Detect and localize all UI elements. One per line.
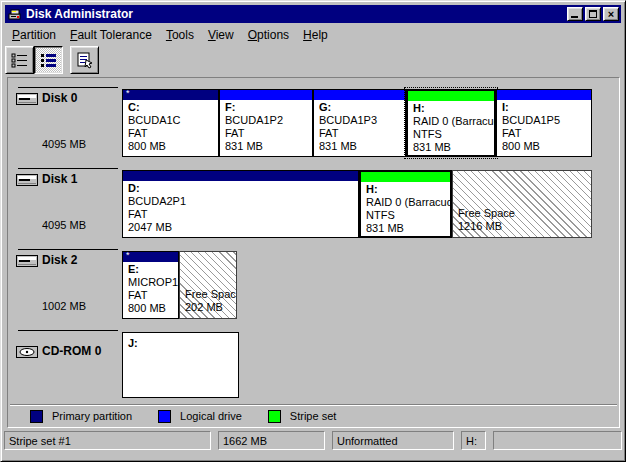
disk-chart-area: Disk 04095 MB*C:BCUDA1CFAT800 MBF:BCUDA1… [7,77,620,428]
partition-info: C:BCUDA1CFAT800 MB [123,100,218,153]
disk-icon [16,172,38,190]
filesystem-label: FAT [128,127,216,140]
disk-row-separator [18,87,118,88]
partition-size: 800 MB [128,302,176,315]
status-panel-1: 1662 MB [218,431,325,450]
partition-color-bar [497,90,591,100]
disk-row-separator [18,330,118,331]
minimize-button[interactable] [567,7,583,21]
partition-color-bar: * [123,252,178,262]
partition-region-j[interactable]: J: [122,332,239,398]
disk-row-separator [18,168,118,169]
filesystem-label: FAT [502,127,589,140]
toolbar [5,46,99,75]
partition-info: H:RAID 0 (BarracudNTFS831 MB [408,101,494,154]
filesystem-label: NTFS [366,209,448,222]
volume-label: BCUDA2P1 [128,195,356,208]
disk-chart: Disk 04095 MB*C:BCUDA1CFAT800 MBF:BCUDA1… [8,78,619,427]
free-space-region[interactable]: Free Spac202 MB [179,251,237,319]
disk-size: 4095 MB [42,219,86,231]
drive-letter: J: [128,337,138,349]
partition-color-bar [361,172,450,182]
menu-bar: PartitionFault ToleranceToolsViewOptions… [5,25,621,44]
properties-button[interactable] [70,46,99,74]
partition-size: 831 MB [366,222,448,235]
disk-row-separator [18,249,118,250]
maximize-icon [589,10,597,18]
disk-label: Disk 0 [42,91,77,105]
maximize-button[interactable] [585,7,601,21]
title-bar: Disk Administrator × [5,5,621,23]
menu-item-fault-tolerance[interactable]: Fault Tolerance [63,26,159,44]
legend-swatch-stripe [268,410,281,423]
partition-info: E:MICROP1FAT800 MB [123,262,178,315]
partition-region-c[interactable]: *C:BCUDA1CFAT800 MB [122,89,219,157]
filesystem-label: NTFS [413,128,492,141]
volume-label: BCUDA1P5 [502,114,589,127]
window-title: Disk Administrator [26,7,133,21]
menu-item-options[interactable]: Options [241,26,296,44]
partition-region-e[interactable]: *E:MICROP1FAT800 MB [122,251,179,319]
disk-administrator-window: Disk Administrator × PartitionFault Tole… [0,0,626,462]
active-partition-mark: * [126,251,130,260]
status-panel-0: Stripe set #1 [4,431,211,450]
drive-letter: E: [128,263,176,276]
legend: Primary partitionLogical driveStripe set [8,407,619,425]
partition-region-h[interactable]: H:RAID 0 (BarracudNTFS831 MB [406,89,496,157]
legend-item-logical: Logical drive [158,410,242,423]
disk-icon [16,253,38,271]
disk-size: 1002 MB [42,300,86,312]
disk-view-button[interactable] [5,46,34,74]
partition-color-bar [314,90,405,100]
disk-size: 4095 MB [42,138,86,150]
legend-label: Stripe set [290,410,336,422]
drive-letter: C: [128,101,216,114]
partition-info: G:BCUDA1P3FAT831 MB [314,100,405,153]
status-panel-4 [493,431,622,450]
drive-letter: G: [319,101,403,114]
partition-info: D:BCUDA2P1FAT2047 MB [123,181,358,234]
menu-item-tools[interactable]: Tools [159,26,201,44]
partition-region-g[interactable]: G:BCUDA1P3FAT831 MB [313,89,406,157]
partition-region-i[interactable]: I:BCUDA1P5FAT800 MB [496,89,592,157]
drive-letter: H: [366,183,448,196]
disk-icon [16,91,38,109]
filesystem-label: FAT [225,127,310,140]
free-space-region[interactable]: Free Space1216 MB [452,170,592,238]
legend-item-primary: Primary partition [30,410,132,423]
menu-item-help[interactable]: Help [296,26,335,44]
filesystem-label: FAT [128,289,176,302]
active-partition-mark: * [126,89,130,98]
partition-color-bar: * [123,90,218,100]
status-panel-3: H: [461,431,486,450]
volume-label: RAID 0 (Barracud [366,196,448,209]
partition-info: I:BCUDA1P5FAT800 MB [497,100,591,153]
close-button[interactable]: × [603,7,619,21]
volume-label: MICROP1 [128,276,176,289]
disk-label: CD-ROM 0 [42,344,101,358]
partition-size: 800 MB [128,140,216,153]
legend-swatch-primary [30,410,43,423]
minimize-icon [571,16,578,18]
partition-region-f[interactable]: F:BCUDA1P2FAT831 MB [219,89,313,157]
partition-info: H:RAID 0 (BarracudNTFS831 MB [361,182,450,235]
partition-region-d[interactable]: D:BCUDA2P1FAT2047 MB [122,170,359,238]
menu-item-partition[interactable]: Partition [5,26,63,44]
partition-color-bar [220,90,312,100]
menu-item-view[interactable]: View [201,26,241,44]
legend-separator [10,404,617,406]
list-outline-icon [11,52,28,68]
filesystem-label: FAT [319,127,403,140]
volume-label: RAID 0 (Barracud [413,115,492,128]
drive-letter: H: [413,102,492,115]
legend-label: Logical drive [180,410,242,422]
drive-letter: I: [502,101,589,114]
drive-letter: F: [225,101,310,114]
partition-region-h[interactable]: H:RAID 0 (BarracudNTFS831 MB [359,170,452,238]
partition-size: 831 MB [225,140,310,153]
disk-label: Disk 2 [42,253,77,267]
volume-label: BCUDA1P2 [225,114,310,127]
cdrom-region-body: J: [123,333,238,350]
volumes-view-button[interactable] [34,46,63,74]
partition-size: 831 MB [319,140,403,153]
